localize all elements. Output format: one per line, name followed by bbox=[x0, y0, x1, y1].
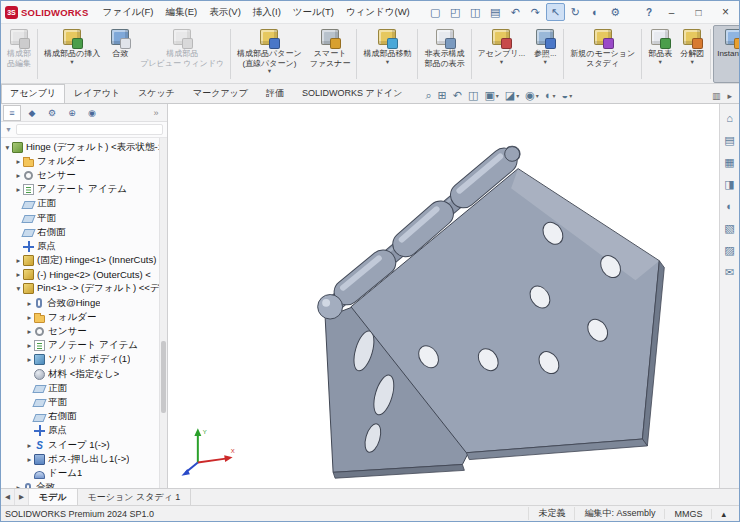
tree-item[interactable]: ▸センサー bbox=[1, 168, 167, 182]
tree-item[interactable]: 正面 bbox=[1, 381, 167, 395]
assembly-features-button[interactable]: アセンブリ...▼ bbox=[474, 25, 530, 83]
print-icon[interactable]: ▤ bbox=[486, 3, 505, 21]
tree-expander[interactable]: ▸ bbox=[14, 157, 23, 166]
appearance-icon[interactable]: ◐ bbox=[586, 3, 605, 21]
tree-item[interactable]: ▸スイープ 1(->) bbox=[1, 438, 167, 452]
tab-markup[interactable]: マークアップ bbox=[184, 84, 257, 103]
tab-assembly[interactable]: アセンブリ bbox=[1, 84, 65, 103]
pin-head[interactable] bbox=[318, 295, 343, 319]
tree-item[interactable]: 原点 bbox=[1, 424, 167, 438]
tree-expander[interactable]: ▾ bbox=[14, 284, 23, 293]
select-arrow-icon[interactable]: ↖ bbox=[546, 3, 565, 21]
component-preview-window-button[interactable]: 構成部品プレビュー ウィンドウ bbox=[136, 25, 228, 83]
maximize-button[interactable]: □ bbox=[685, 2, 712, 22]
tree-item[interactable]: ▸アノテート アイテム bbox=[1, 339, 167, 353]
edit-component-button[interactable]: 構成部品編集 bbox=[3, 25, 35, 83]
show-hidden-components-button[interactable]: 非表示構成部品の表示 bbox=[420, 25, 468, 83]
panel-overflow-chevron[interactable]: » bbox=[147, 105, 165, 121]
viewport[interactable]: Y X bbox=[168, 104, 719, 488]
tree-expander[interactable]: ▸ bbox=[25, 441, 34, 450]
insert-component-button[interactable]: 構成部品の挿入▼ bbox=[40, 25, 104, 83]
display-pane-icon[interactable]: ▥ bbox=[712, 91, 721, 101]
display-manager-tab[interactable]: ◉ bbox=[83, 105, 101, 121]
tree-expander[interactable]: ▸ bbox=[25, 355, 34, 364]
panel-scrollbar-thumb[interactable] bbox=[161, 341, 166, 413]
tree-item[interactable]: ▸センサー bbox=[1, 324, 167, 338]
tree-item[interactable]: ▸フォルダー bbox=[1, 310, 167, 324]
tab-sketch[interactable]: スケッチ bbox=[129, 84, 184, 103]
tree-item[interactable]: 右側面 bbox=[1, 225, 167, 239]
save-icon[interactable]: ◫ bbox=[466, 3, 485, 21]
tree-item[interactable]: ドーム1 bbox=[1, 466, 167, 480]
view-palette-icon[interactable]: ◨ bbox=[724, 178, 734, 190]
custom-properties-icon[interactable]: ▧ bbox=[724, 222, 734, 234]
hide-show-items-icon[interactable]: ◉▾ bbox=[523, 88, 541, 102]
property-manager-tab[interactable]: ◆ bbox=[23, 105, 41, 121]
tree-item[interactable]: ▸ボス-押し出し1(->) bbox=[1, 452, 167, 466]
previous-view-icon[interactable]: ↶ bbox=[451, 88, 464, 102]
tree-expander[interactable]: ▸ bbox=[14, 185, 23, 194]
undo-icon[interactable]: ↶ bbox=[506, 3, 525, 21]
tree-item[interactable]: ▸(固定) Hinge<1> (InnerCuts) < bbox=[1, 254, 167, 268]
minimize-button[interactable]: – bbox=[658, 2, 685, 22]
filter-input[interactable] bbox=[16, 124, 163, 135]
tree-item[interactable]: ▾Pin<1> -> (デフォルト) <<デフォルト bbox=[1, 282, 167, 296]
rebuild-icon[interactable]: ↻ bbox=[566, 3, 585, 21]
move-component-button[interactable]: 構成部品移動▼ bbox=[359, 25, 415, 83]
bill-of-materials-button[interactable]: 部品表▼ bbox=[644, 25, 676, 83]
close-button[interactable]: × bbox=[712, 2, 739, 22]
viewport-canvas[interactable]: Y X bbox=[168, 104, 719, 488]
tree-item[interactable]: 平面 bbox=[1, 395, 167, 409]
tree-item[interactable]: ▸アノテート アイテム bbox=[1, 183, 167, 197]
smart-fastener-button[interactable]: スマートファスナー bbox=[306, 25, 355, 83]
tree-expander[interactable]: ▸ bbox=[25, 313, 34, 322]
display-style-icon[interactable]: ◪▾ bbox=[503, 88, 521, 102]
collapse-pane-icon[interactable]: ▸ bbox=[727, 91, 732, 101]
tree-expander[interactable]: ▸ bbox=[14, 256, 23, 265]
instant3d-button[interactable]: Instant3D bbox=[713, 25, 739, 83]
tree-item[interactable]: ▸ソリッド ボディ(1) bbox=[1, 353, 167, 367]
zoom-area-icon[interactable]: ⊞ bbox=[436, 88, 449, 102]
open-icon[interactable]: ◰ bbox=[446, 3, 465, 21]
menu-insert[interactable]: 挿入(I) bbox=[247, 3, 287, 22]
menu-edit[interactable]: 編集(E) bbox=[159, 3, 203, 22]
tree-item[interactable]: ▾Hinge (デフォルト) <表示状態-1> bbox=[1, 140, 167, 154]
menu-file[interactable]: ファイル(F) bbox=[96, 3, 159, 22]
tree-expander[interactable]: ▸ bbox=[25, 341, 34, 350]
tree-expander[interactable]: ▸ bbox=[14, 483, 23, 488]
feature-manager-tab[interactable]: ≡ bbox=[3, 105, 21, 121]
tree-expander[interactable]: ▸ bbox=[14, 171, 23, 180]
tree-item[interactable]: ▸フォルダー bbox=[1, 154, 167, 168]
mate-button[interactable]: 合致 bbox=[104, 25, 136, 83]
zoom-fit-icon[interactable]: ⌕ bbox=[423, 88, 433, 102]
sheet-nav-0[interactable]: ◀ bbox=[1, 489, 15, 505]
tree-expander[interactable]: ▾ bbox=[3, 143, 12, 152]
tree-item[interactable]: ▸合致 bbox=[1, 481, 167, 489]
tree-item[interactable]: 材料 <指定なし> bbox=[1, 367, 167, 381]
appearances-scenes-icon[interactable]: ◐ bbox=[726, 200, 733, 212]
section-view-icon[interactable]: ◫ bbox=[466, 88, 480, 102]
edit-appearance-icon[interactable]: ◐▾ bbox=[543, 88, 558, 102]
tree-item[interactable]: 原点 bbox=[1, 239, 167, 253]
tree-item[interactable]: 正面 bbox=[1, 197, 167, 211]
tree-expander[interactable]: ▸ bbox=[14, 270, 23, 279]
new-document-icon[interactable]: ▢ bbox=[426, 3, 445, 21]
file-explorer-icon[interactable]: ▦ bbox=[724, 156, 734, 168]
forum-icon[interactable]: ✉ bbox=[725, 266, 734, 278]
tree-item[interactable]: ▸(-) Hinge<2> (OuterCuts) < bbox=[1, 268, 167, 282]
home-icon[interactable]: ⌂ bbox=[726, 112, 733, 124]
tree-item[interactable]: 平面 bbox=[1, 211, 167, 225]
model-tab[interactable]: モデル bbox=[29, 489, 78, 505]
tree-expander[interactable]: ▸ bbox=[25, 299, 34, 308]
tree-expander[interactable]: ▸ bbox=[25, 455, 34, 464]
redo-icon[interactable]: ↷ bbox=[526, 3, 545, 21]
tab-evaluate[interactable]: 評価 bbox=[257, 84, 293, 103]
tree-item[interactable]: ▸合致@Hinge bbox=[1, 296, 167, 310]
filter-funnel-icon[interactable]: ▼ bbox=[5, 126, 12, 133]
solidworks-resources-icon[interactable]: ▨ bbox=[724, 244, 734, 256]
exploded-view-button[interactable]: 分解図▼ bbox=[676, 25, 708, 83]
configuration-manager-tab[interactable]: ⚙ bbox=[43, 105, 61, 121]
dimxpert-manager-tab[interactable]: ⊕ bbox=[63, 105, 81, 121]
tree-item[interactable]: 右側面 bbox=[1, 410, 167, 424]
sheet-nav-1[interactable]: ▶ bbox=[15, 489, 29, 505]
